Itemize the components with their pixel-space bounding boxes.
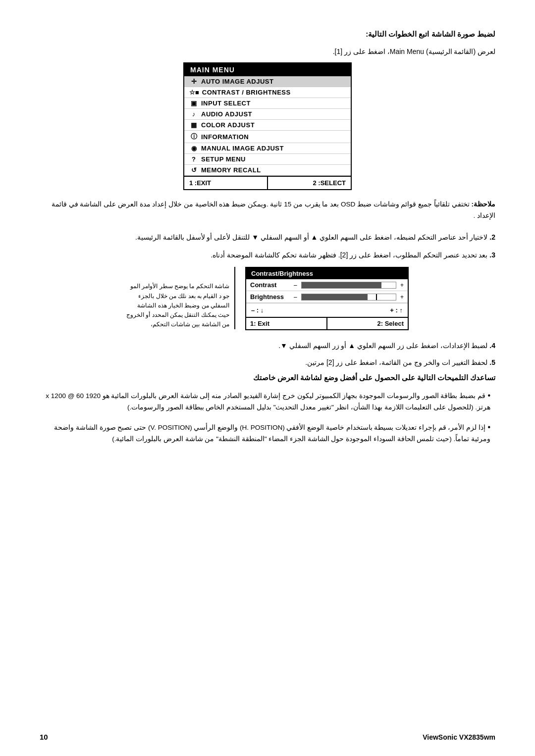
auto-image-icon: ✛: [189, 78, 198, 85]
step3: 3. بعد تحديد عنصر التحكم المطلوب، اضغط ع…: [40, 250, 495, 261]
audio-icon: ♪: [189, 110, 198, 118]
manual-icon: ◉: [189, 145, 198, 152]
menu-item-manual-image-adjust: ◉ MANUAL IMAGE ADJUST: [184, 143, 351, 154]
menu-select-label: 2 :SELECT: [268, 177, 351, 189]
setup-icon: ?: [189, 155, 198, 163]
brightness-row-label: Brightness: [250, 293, 290, 301]
brightness-minus: –: [294, 294, 297, 301]
tips-heading: تساعدك التلميحات التالية على الحصول على …: [40, 374, 495, 382]
color-icon: ▦: [189, 121, 198, 129]
cb-nav-row: – : ↓ + : ↑: [246, 303, 408, 317]
auto-image-label: AUTO IMAGE ADJUST: [201, 78, 273, 85]
step3-num: 3.: [489, 251, 495, 259]
footer-brand: ViewSonic VX2835wm: [423, 733, 495, 741]
setup-label: SETUP MENU: [201, 155, 246, 163]
step2-num: 2.: [489, 233, 495, 241]
menu-item-color-adjust: ▦ COLOR ADJUST: [184, 120, 351, 131]
cb-exit-label: 1: Exit: [246, 318, 326, 329]
contrast-row-label: Contrast: [250, 281, 290, 289]
step4-text: لضبط الإعدادات، اضغط على زر السهم العلوي…: [278, 342, 487, 350]
cb-title: Contrast/Brightness: [246, 268, 408, 279]
note-text: تختفي تلقائياً جميع قوائم وشاشات ضبط OSD…: [52, 201, 495, 219]
main-menu-title: MAIN MENU: [184, 63, 351, 76]
step5: 5. لحفظ التغيير ات والخر وج من القائمة، …: [40, 357, 495, 369]
input-icon: ▣: [189, 100, 198, 107]
info-icon: ⓘ: [189, 132, 198, 141]
menu-item-memory-recall: ↺ MEMORY RECALL: [184, 165, 351, 176]
cb-nav-right: + : ↑: [390, 306, 403, 314]
model-name: VX2835wm: [459, 733, 495, 741]
step1-paragraph: لعرض (القائمة الرئيسية) Main Menu، اضغط …: [40, 48, 495, 55]
note-label: ملاحظة:: [472, 201, 496, 208]
contrast-icon: ☆■: [189, 89, 199, 96]
cb-select-label: 2: Select: [326, 318, 408, 329]
contrast-bar-fill: [302, 282, 382, 288]
main-menu-container: MAIN MENU ✛ AUTO IMAGE ADJUST ☆■ CONTRAS…: [40, 62, 495, 190]
manual-label: MANUAL IMAGE ADJUST: [201, 145, 284, 152]
diagram-note: شاشة التحكم ما يوضح سطر الأوامر المو جو …: [126, 267, 235, 329]
diagram-area: شاشة التحكم ما يوضح سطر الأوامر المو جو …: [40, 267, 495, 330]
menu-exit-label: 1 :EXIT: [184, 177, 268, 189]
main-heading: لضبط صورة الشاشة اتبع الخطوات التالية:: [40, 30, 495, 39]
step5-num: 5.: [489, 358, 495, 366]
brand-name: ViewSonic: [423, 733, 457, 741]
menu-item-input-select: ▣ INPUT SELECT: [184, 98, 351, 109]
step3-text: بعد تحديد عنصر التحكم المطلوب، اضغط على …: [211, 251, 488, 259]
brightness-row: Brightness – +: [246, 291, 408, 303]
menu-item-contrast-brightness: ☆■ CONTRAST / BRIGHTNESS: [184, 87, 351, 98]
menu-item-information: ⓘ INFORMATION: [184, 131, 351, 143]
contrast-bar: [301, 282, 396, 289]
step2: 2. لاختيار أحد عناصر التحكم لضبطه، اضغط …: [40, 232, 495, 244]
memory-icon: ↺: [189, 166, 198, 174]
brightness-bar: [301, 294, 396, 301]
cb-footer: 1: Exit 2: Select: [246, 317, 408, 329]
main-menu-box: MAIN MENU ✛ AUTO IMAGE ADJUST ☆■ CONTRAS…: [183, 62, 352, 190]
input-label: INPUT SELECT: [201, 100, 251, 107]
tips-bullet-1: قم بضبط بطاقة الصور والرسومات الموجودة ب…: [40, 389, 495, 413]
step2-text: لاختيار أحد عناصر التحكم لضبطه، اضغط على…: [135, 233, 488, 241]
note-box: ملاحظة: تختفي تلقائياً جميع قوائم وشاشات…: [40, 199, 495, 222]
contrast-row: Contrast – +: [246, 279, 408, 291]
menu-item-auto-image-adjust: ✛ AUTO IMAGE ADJUST: [184, 76, 351, 87]
contrast-brightness-box: Contrast/Brightness Contrast – + Brightn…: [245, 267, 409, 330]
tips-bullet-2: إذا لزم الأمر، قم بإجراء تعديلات بسيطة ب…: [40, 420, 495, 445]
contrast-label: CONTRAST / BRIGHTNESS: [202, 89, 291, 96]
page-number: 10: [40, 733, 48, 741]
step4: 4. لضبط الإعدادات، اضغط على زر السهم الع…: [40, 340, 495, 352]
menu-footer: 1 :EXIT 2 :SELECT: [184, 176, 351, 189]
memory-label: MEMORY RECALL: [201, 166, 261, 174]
step5-text: لحفظ التغيير ات والخر وج من القائمة، اضغ…: [305, 358, 487, 366]
color-label: COLOR ADJUST: [201, 121, 255, 129]
brightness-cursor: [376, 294, 377, 300]
brightness-plus: +: [400, 294, 404, 301]
cb-nav-left: – : ↓: [251, 306, 264, 314]
info-label: INFORMATION: [201, 133, 249, 141]
menu-item-audio-adjust: ♪ AUDIO ADJUST: [184, 109, 351, 120]
page-footer: 10 ViewSonic VX2835wm: [40, 733, 495, 741]
brightness-bar-fill: [302, 294, 368, 300]
step4-num: 4.: [489, 342, 495, 350]
menu-item-setup-menu: ? SETUP MENU: [184, 154, 351, 165]
contrast-minus: –: [294, 282, 297, 289]
contrast-plus: +: [400, 282, 404, 289]
audio-label: AUDIO ADJUST: [201, 110, 252, 118]
